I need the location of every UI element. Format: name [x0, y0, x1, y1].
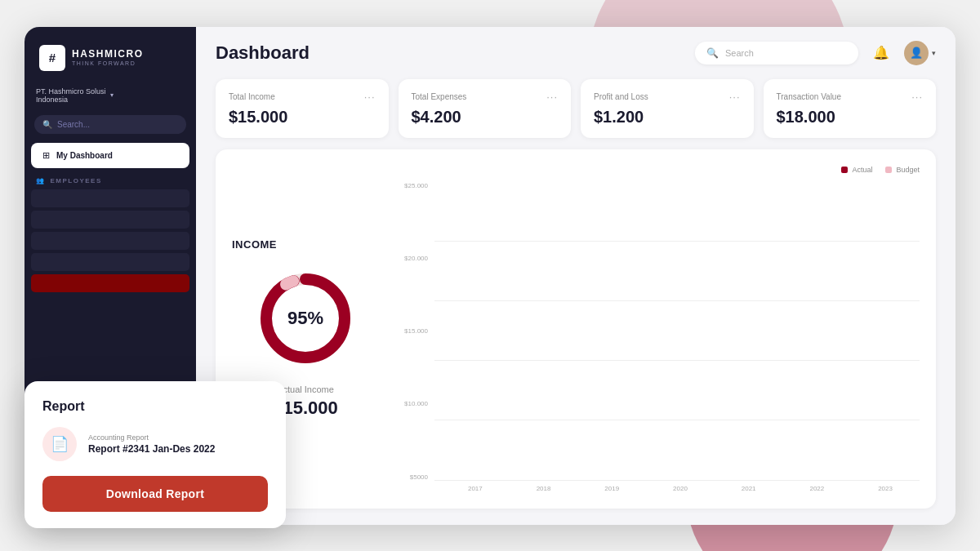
- bars-container: $25.000$20.000$15.000$10.000$5000: [395, 182, 920, 481]
- stat-value-transaction: $18.000: [777, 108, 924, 127]
- y-label: $20.000: [395, 255, 428, 262]
- sidebar-menu-item-4[interactable]: [31, 253, 189, 271]
- y-label: $10.000: [395, 400, 428, 407]
- h-line-3: [434, 360, 920, 361]
- stat-cards: Total Income ··· $15.000 Total Expenses …: [196, 79, 956, 149]
- page-title: Dashboard: [216, 42, 685, 64]
- x-label: 2017: [462, 485, 488, 492]
- dashboard-icon: ⊞: [42, 150, 50, 161]
- stat-label-expenses: Total Expenses: [412, 92, 467, 101]
- sidebar-menu-item-1[interactable]: [31, 189, 189, 207]
- sidebar-company[interactable]: PT. Hashmicro Solusi Indonesia ▾: [24, 82, 196, 112]
- bar-chart: $25.000$20.000$15.000$10.000$5000: [395, 182, 920, 492]
- avatar-button[interactable]: 👤 ▾: [904, 41, 936, 65]
- report-file-icon: 📄: [42, 427, 77, 461]
- search-icon: 🔍: [42, 120, 52, 129]
- income-panel: INCOME 95% A: [216, 149, 936, 509]
- legend-budget: Budget: [885, 166, 920, 174]
- stat-card-income: Total Income ··· $15.000: [216, 79, 389, 138]
- y-axis: $25.000$20.000$15.000$10.000$5000: [395, 182, 434, 481]
- income-title: INCOME: [232, 238, 277, 251]
- logo-name: HASHMICRO: [72, 49, 144, 59]
- y-label: $5000: [395, 473, 428, 481]
- legend-actual-label: Actual: [852, 166, 872, 174]
- stat-more-income[interactable]: ···: [364, 91, 376, 103]
- sidebar-item-dashboard[interactable]: ⊞ My Dashboard: [31, 143, 189, 168]
- stat-value-expenses: $4.200: [412, 108, 559, 127]
- section-label: EMPLOYEES: [51, 177, 102, 184]
- x-label: 2023: [873, 485, 898, 492]
- stat-more-profit[interactable]: ···: [729, 91, 741, 103]
- sidebar-search-bar[interactable]: 🔍: [34, 115, 186, 134]
- stat-value-income: $15.000: [229, 108, 376, 127]
- report-popup: Report 📄 Accounting Report Report #2341 …: [24, 381, 286, 528]
- top-search-input[interactable]: [725, 48, 847, 58]
- stat-more-expenses[interactable]: ···: [546, 91, 558, 103]
- h-line-2: [434, 300, 920, 301]
- x-label: 2018: [531, 485, 556, 492]
- top-search-bar[interactable]: 🔍: [695, 42, 858, 64]
- report-name: Report #2341 Jan-Des 2022: [88, 443, 215, 455]
- x-label: 2021: [736, 485, 761, 492]
- top-bar: Dashboard 🔍 🔔 👤 ▾: [196, 27, 956, 79]
- x-label: 2019: [599, 485, 625, 492]
- x-label: 2020: [667, 485, 693, 492]
- report-popup-title: Report: [42, 399, 268, 414]
- sidebar-menu-item-2[interactable]: [31, 211, 189, 229]
- sidebar-search-input[interactable]: [57, 120, 178, 129]
- logo-tagline: THINK FORWARD: [72, 60, 144, 66]
- chevron-down-icon: ▾: [110, 91, 185, 99]
- h-line-1: [434, 241, 920, 242]
- report-item: 📄 Accounting Report Report #2341 Jan-Des…: [42, 427, 268, 461]
- stat-card-profit: Profit and Loss ··· $1.200: [581, 79, 754, 138]
- sidebar-item-label: My Dashboard: [56, 151, 113, 160]
- logo-icon: #: [39, 45, 65, 71]
- h-line-4: [434, 420, 920, 420]
- stat-card-transaction: Transaction Value ··· $18.000: [764, 79, 937, 138]
- stat-label-transaction: Transaction Value: [777, 92, 842, 101]
- sidebar-menu-item-3[interactable]: [31, 232, 189, 250]
- avatar-chevron-icon: ▾: [932, 49, 936, 57]
- report-info: Accounting Report Report #2341 Jan-Des 2…: [88, 433, 215, 455]
- y-label: $15.000: [395, 327, 428, 335]
- sidebar-section-employees: 👥 EMPLOYEES: [24, 169, 196, 188]
- donut-percent: 95%: [287, 308, 323, 329]
- search-icon: 🔍: [706, 47, 719, 59]
- chart-area: Actual Budget $25.000$20.000$15.000$10.0…: [395, 166, 920, 492]
- stat-card-expenses: Total Expenses ··· $4.200: [399, 79, 572, 138]
- donut-chart: 95%: [252, 265, 359, 371]
- report-type: Accounting Report: [88, 433, 215, 442]
- download-report-button[interactable]: Download Report: [42, 476, 268, 512]
- avatar: 👤: [904, 41, 929, 65]
- stat-label-profit: Profit and Loss: [594, 92, 648, 101]
- company-name: PT. Hashmicro Solusi Indonesia: [36, 87, 110, 104]
- legend-actual: Actual: [841, 166, 872, 174]
- logo-text: HASHMICRO THINK FORWARD: [72, 49, 144, 66]
- donut-center: 95%: [287, 308, 323, 329]
- sidebar-menu-item-5[interactable]: [31, 274, 189, 292]
- stat-value-profit: $1.200: [594, 108, 741, 127]
- main-content: Dashboard 🔍 🔔 👤 ▾ Total Income ··· $15.0…: [196, 27, 956, 525]
- x-label: 2022: [804, 485, 830, 492]
- y-label: $25.000: [395, 182, 428, 189]
- x-axis: 2017201820192020202120222023: [395, 481, 920, 492]
- stat-label-income: Total Income: [229, 92, 275, 101]
- employees-icon: 👥: [36, 177, 46, 184]
- legend-dot-actual: [841, 167, 848, 173]
- legend-budget-label: Budget: [896, 166, 920, 174]
- sidebar-logo: # HASHMICRO THINK FORWARD: [24, 27, 196, 82]
- chart-legend: Actual Budget: [395, 166, 920, 174]
- bell-icon[interactable]: 🔔: [868, 40, 894, 66]
- legend-dot-budget: [885, 167, 892, 173]
- bars-inner: [434, 182, 920, 481]
- stat-more-transaction[interactable]: ···: [911, 91, 923, 103]
- h-line-5: [434, 480, 920, 481]
